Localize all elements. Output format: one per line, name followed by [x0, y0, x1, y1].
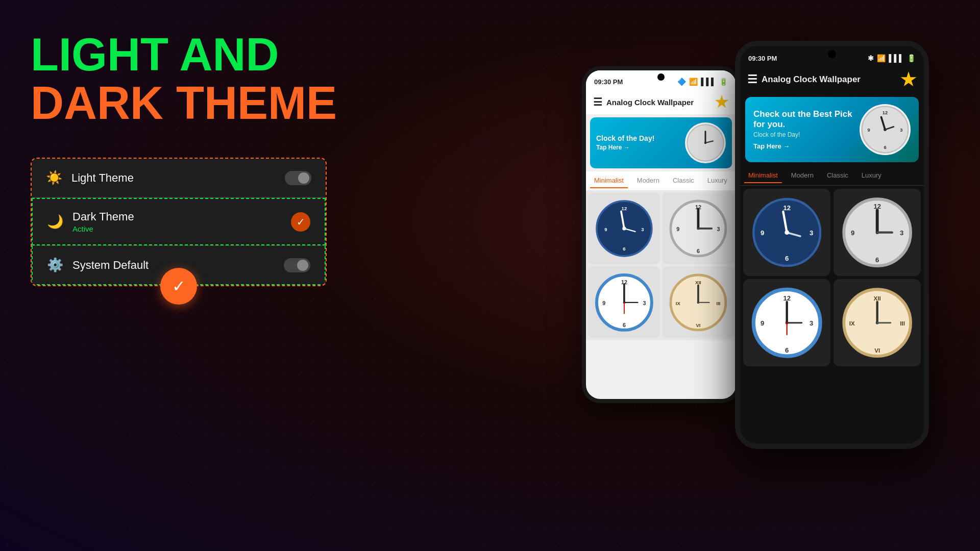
svg-text:3: 3 — [810, 229, 813, 237]
light-theme-name: Light Theme — [71, 171, 134, 185]
phone-left-app-name: Analog Clock Wallpaper — [606, 98, 694, 107]
svg-text:IX: IX — [849, 320, 855, 327]
svg-text:6: 6 — [697, 247, 700, 254]
phone-right: 09:30 PM ✱ 📶 ▌▌▌ 🔋 ☰ Analog Clock Wallpa… — [735, 41, 929, 449]
phone-left-banner-title: Clock of the Day! — [596, 134, 654, 142]
svg-text:3: 3 — [810, 319, 813, 327]
svg-text:3: 3 — [900, 127, 902, 133]
banner-clock-svg — [687, 124, 724, 162]
tab-classic-left[interactable]: Classic — [669, 173, 698, 188]
svg-text:6: 6 — [623, 246, 625, 252]
dark-theme-option[interactable]: 🌙 Dark Theme Active ✓ — [32, 198, 326, 245]
svg-text:6: 6 — [623, 321, 626, 328]
gold-star-icon-left — [715, 95, 729, 109]
menu-icon-left: ☰ — [593, 96, 602, 108]
svg-text:12: 12 — [621, 206, 627, 211]
big-checkmark-circle: ✓ — [160, 268, 197, 305]
signal-icon: ▌▌▌ — [701, 78, 716, 86]
phone-left-header: ☰ Analog Clock Wallpaper — [586, 90, 736, 114]
clock-cell-1[interactable]: 12 3 6 9 — [588, 192, 660, 264]
svg-text:III: III — [900, 320, 905, 327]
left-section: LIGHT AND DARK THEME ☀️ Light Theme — [31, 31, 388, 286]
phone-left-tabs[interactable]: Minimalist Modern Classic Luxury — [586, 171, 736, 190]
battery-icon: 🔋 — [719, 78, 728, 86]
system-theme-name: System Default — [72, 259, 149, 272]
phone-left-banner[interactable]: Clock of the Day! Tap Here → — [590, 117, 732, 168]
phone-left: 09:30 PM 🔷 📶 ▌▌▌ 🔋 ☰ Analog Clock Wallpa… — [582, 66, 740, 403]
dark-theme-text: Dark Theme Active — [72, 210, 134, 233]
clock-r4-svg: XII III VI IX — [840, 286, 914, 360]
sun-icon: ☀️ — [46, 170, 62, 186]
phone-left-header-left: ☰ Analog Clock Wallpaper — [593, 96, 694, 108]
clock-cell-r4[interactable]: XII III VI IX — [834, 279, 921, 366]
theme-panel: ☀️ Light Theme 🌙 Dark Theme Active — [31, 158, 327, 286]
dark-theme-name: Dark Theme — [72, 210, 134, 223]
wifi-icon: 📶 — [689, 78, 698, 86]
phone-right-clock-grid: 12 3 6 9 12 — [740, 186, 924, 369]
phone-left-tap[interactable]: Tap Here → — [596, 144, 630, 151]
clock-cell-r1[interactable]: 12 3 6 9 — [743, 189, 830, 276]
bt-icon: 🔷 — [677, 78, 686, 86]
svg-text:9: 9 — [602, 299, 605, 306]
settings-icon: ⚙️ — [47, 257, 63, 273]
phone-right-banner-title: Check out the Best Pick for you. — [753, 109, 860, 130]
phones-section: 09:30 PM 🔷 📶 ▌▌▌ 🔋 ☰ Analog Clock Wallpa… — [582, 0, 980, 551]
phone-left-status-icons: 🔷 📶 ▌▌▌ 🔋 — [677, 78, 728, 86]
light-theme-left: ☀️ Light Theme — [46, 170, 134, 186]
clock-2-svg: 12 3 6 9 — [668, 198, 729, 259]
clock-cell-r2[interactable]: 12 3 6 9 — [834, 189, 921, 276]
svg-text:9: 9 — [761, 319, 764, 327]
svg-text:XII: XII — [695, 280, 701, 285]
svg-text:6: 6 — [875, 256, 879, 264]
clock-r3-svg: 12 3 6 9 — [750, 286, 824, 360]
svg-text:12: 12 — [783, 204, 791, 212]
tab-minimalist-right[interactable]: Minimalist — [744, 168, 782, 183]
clock-r2-svg: 12 3 6 9 — [840, 195, 914, 269]
tab-classic-right[interactable]: Classic — [823, 168, 852, 183]
phone-right-tap[interactable]: Tap Here → — [753, 142, 860, 150]
svg-text:9: 9 — [676, 226, 679, 232]
clock-1-svg: 12 3 6 9 — [594, 198, 655, 259]
phone-right-time: 09:30 PM — [748, 55, 777, 62]
svg-text:IX: IX — [675, 300, 680, 306]
svg-text:12: 12 — [883, 110, 888, 115]
main-content: LIGHT AND DARK THEME ☀️ Light Theme — [0, 0, 980, 551]
phone-left-camera — [657, 73, 665, 81]
system-theme-toggle[interactable] — [284, 258, 310, 272]
gold-star-icon-right — [900, 71, 917, 88]
phone-left-time: 09:30 PM — [594, 78, 623, 86]
clock-cell-3[interactable]: 12 3 6 9 — [588, 266, 660, 338]
phone-right-banner-subtitle: Clock of the Day! — [753, 131, 860, 138]
phone-right-tabs[interactable]: Minimalist Modern Classic Luxury — [740, 166, 924, 186]
svg-text:12: 12 — [695, 204, 701, 210]
light-theme-toggle[interactable] — [285, 171, 311, 185]
tab-luxury-left[interactable]: Luxury — [703, 173, 731, 188]
dark-theme-left: 🌙 Dark Theme Active — [47, 210, 134, 233]
phone-right-banner[interactable]: Check out the Best Pick for you. Clock o… — [745, 97, 919, 162]
clock-r1-svg: 12 3 6 9 — [750, 195, 824, 269]
svg-text:3: 3 — [641, 226, 644, 232]
clock-3-svg: 12 3 6 9 — [594, 272, 655, 333]
moon-icon: 🌙 — [47, 214, 63, 230]
dark-theme-check: ✓ — [291, 212, 310, 232]
main-title: LIGHT AND DARK THEME — [31, 31, 388, 127]
tab-modern-right[interactable]: Modern — [787, 168, 818, 183]
phone-right-app-name: Analog Clock Wallpaper — [762, 74, 861, 85]
title-line2: DARK THEME — [31, 79, 388, 128]
light-theme-option[interactable]: ☀️ Light Theme — [32, 159, 326, 197]
clock-cell-r3[interactable]: 12 3 6 9 — [743, 279, 830, 366]
svg-text:9: 9 — [851, 229, 854, 237]
tab-luxury-right[interactable]: Luxury — [857, 168, 886, 183]
tab-modern-left[interactable]: Modern — [633, 173, 664, 188]
svg-text:9: 9 — [761, 229, 764, 237]
tab-minimalist-left[interactable]: Minimalist — [590, 173, 628, 188]
menu-icon-right: ☰ — [747, 73, 757, 86]
svg-text:3: 3 — [643, 299, 646, 306]
svg-text:6: 6 — [884, 144, 886, 150]
clock-cell-2[interactable]: 12 3 6 9 — [662, 192, 734, 264]
phone-left-clock-grid: 12 3 6 9 12 — [586, 190, 736, 340]
system-theme-left: ⚙️ System Default — [47, 257, 149, 273]
clock-cell-4[interactable]: XII III VI IX — [662, 266, 734, 338]
theme-panel-wrapper: ☀️ Light Theme 🌙 Dark Theme Active — [31, 158, 327, 286]
title-line1: LIGHT AND — [31, 31, 388, 79]
